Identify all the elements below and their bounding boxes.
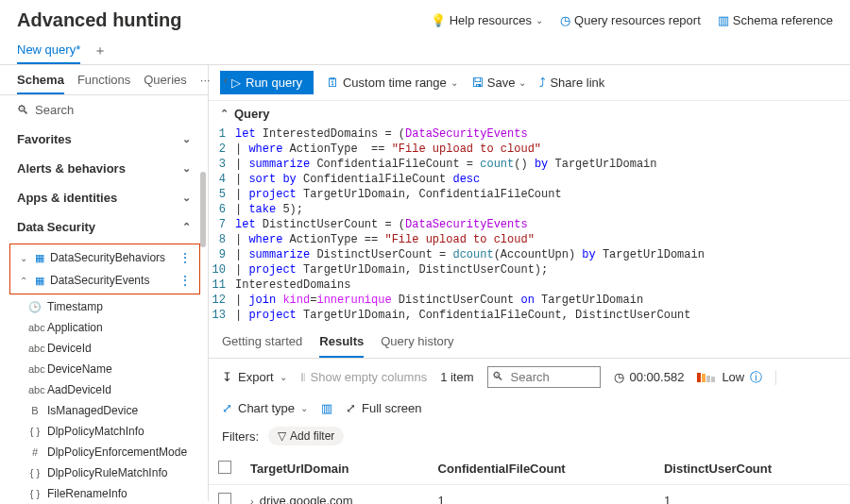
column-header-targeturldomain[interactable]: TargetUrlDomain <box>241 453 429 485</box>
columns-icon: ⦀ <box>300 370 305 385</box>
chevron-down-icon: ⌄ <box>518 77 526 88</box>
category-apps[interactable]: Apps & identities⌄ <box>0 183 208 212</box>
share-icon: ⤴ <box>539 76 546 90</box>
export-icon: ↧ <box>222 370 232 384</box>
results-search-input[interactable] <box>487 366 601 388</box>
book-icon: ▥ <box>718 13 729 27</box>
chevron-down-icon: ⌄ <box>536 15 543 25</box>
schema-field[interactable]: BIsManagedDevice <box>0 400 208 421</box>
share-link-button[interactable]: ⤴ Share link <box>539 76 604 90</box>
query-tab-new[interactable]: New query* <box>17 37 80 64</box>
report-icon: ◷ <box>560 13 570 27</box>
sidebar-tab-schema[interactable]: Schema <box>17 73 64 94</box>
datatype-icon: abc <box>28 322 42 333</box>
chevron-up-icon: ⌃ <box>20 276 29 286</box>
run-query-button[interactable]: ▷ Run query <box>220 71 314 94</box>
load-indicator: Low ⓘ <box>697 369 762 386</box>
datatype-icon: { } <box>28 467 42 479</box>
add-query-tab-button[interactable]: ＋ <box>90 39 110 63</box>
schema-field[interactable]: #DlpPolicyEnforcementMode <box>0 442 208 462</box>
calendar-icon: 🗓 <box>327 76 339 90</box>
search-icon: 🔍︎ <box>17 103 29 117</box>
add-filter-button[interactable]: ▽ Add filter <box>268 427 344 445</box>
schema-field[interactable]: abcDeviceName <box>0 359 208 379</box>
search-icon: 🔍︎ <box>492 370 503 383</box>
datatype-icon: B <box>28 405 42 416</box>
chevron-up-icon: ⌃ <box>182 221 191 233</box>
schema-search-input[interactable]: 🔍︎ Search <box>0 95 208 125</box>
more-options-icon[interactable]: ⋮ <box>178 250 196 265</box>
datatype-icon: 🕒 <box>28 301 42 313</box>
query-section-header[interactable]: ⌃ Query <box>209 101 850 125</box>
results-tab-getting-started[interactable]: Getting started <box>222 334 302 358</box>
fullscreen-icon: ⤢ <box>346 401 356 415</box>
table-row[interactable]: ›drive.google.com 1 1 <box>209 485 850 505</box>
category-data-security[interactable]: Data Security⌃ <box>0 212 208 242</box>
columns-icon: ▥ <box>321 401 332 415</box>
datatype-icon: abc <box>28 363 42 375</box>
chevron-down-icon: ⌄ <box>182 162 191 175</box>
query-resources-report-link[interactable]: ◷ Query resources report <box>560 13 701 27</box>
chevron-up-icon: ⌃ <box>220 108 229 120</box>
show-empty-columns-toggle[interactable]: ⦀ Show empty columns <box>300 370 428 385</box>
clock-icon: ◷ <box>614 370 624 384</box>
chevron-down-icon: ⌄ <box>450 77 458 88</box>
expand-row-icon[interactable]: › <box>250 496 260 504</box>
datatype-icon: { } <box>28 426 42 437</box>
schema-field[interactable]: { }DlpPolicyRuleMatchInfo <box>0 462 208 483</box>
column-header-distinctusercount[interactable]: DistinctUserCount <box>654 453 850 485</box>
results-table: TargetUrlDomain ConfidentialFileCount Di… <box>209 453 850 504</box>
sidebar-tab-functions[interactable]: Functions <box>77 73 130 94</box>
info-icon[interactable]: ⓘ <box>750 369 762 386</box>
chevron-down-icon: ⌄ <box>20 253 29 263</box>
filters-label: Filters: <box>222 429 259 444</box>
chevron-down-icon: ⌄ <box>182 133 191 145</box>
schema-field[interactable]: 🕒Timestamp <box>0 296 208 317</box>
save-dropdown[interactable]: 🖫 Save ⌄ <box>471 76 527 90</box>
row-checkbox[interactable] <box>218 493 231 504</box>
query-editor[interactable]: 1let InterestedDomains = (DataSecurityEv… <box>209 125 850 325</box>
sidebar-tab-more[interactable]: ··· <box>200 73 211 94</box>
category-favorites[interactable]: Favorites⌄ <box>0 125 208 154</box>
datatype-icon: { } <box>28 488 42 499</box>
lightbulb-icon: 💡 <box>431 13 446 27</box>
highlighted-tables-box: ⌄ ▦ DataSecurityBehaviors ⋮ ⌃ ▦ DataSecu… <box>9 244 200 294</box>
table-datasecurityevents[interactable]: ⌃ ▦ DataSecurityEvents ⋮ <box>10 269 199 292</box>
table-icon: ▦ <box>35 275 44 287</box>
datatype-icon: abc <box>28 384 42 395</box>
datatype-icon: abc <box>28 343 42 354</box>
datatype-icon: # <box>28 446 42 458</box>
schema-field[interactable]: abcDeviceId <box>0 338 208 359</box>
column-header-confidentialfilecount[interactable]: ConfidentialFileCount <box>429 453 654 485</box>
time-range-dropdown[interactable]: 🗓 Custom time range ⌄ <box>327 76 458 90</box>
customize-columns-button[interactable]: ▥ <box>321 401 332 415</box>
sidebar-collapse-button[interactable]: ‹ <box>224 73 228 94</box>
item-count-label: 1 item <box>440 370 473 384</box>
results-tab-results[interactable]: Results <box>319 334 364 358</box>
export-dropdown[interactable]: ↧ Export ⌄ <box>222 370 287 384</box>
schema-field[interactable]: { }DlpPolicyMatchInfo <box>0 421 208 442</box>
filter-icon: ▽ <box>278 429 286 443</box>
results-tab-history[interactable]: Query history <box>381 334 453 358</box>
schema-field[interactable]: abcAadDeviceId <box>0 379 208 400</box>
save-icon: 🖫 <box>471 76 484 90</box>
schema-field[interactable]: abcApplication <box>0 317 208 338</box>
full-screen-button[interactable]: ⤢ Full screen <box>346 401 422 415</box>
chevron-down-icon: ⌄ <box>182 192 191 204</box>
play-icon: ▷ <box>231 76 241 90</box>
sidebar-scrollbar[interactable] <box>200 172 206 247</box>
elapsed-time-label: ◷ 00:00.582 <box>614 370 685 384</box>
sidebar-tab-queries[interactable]: Queries <box>144 73 187 94</box>
schema-field[interactable]: { }FileRenameInfo <box>0 483 208 501</box>
chevron-down-icon: ⌄ <box>280 372 287 382</box>
table-icon: ▦ <box>35 252 44 264</box>
chart-icon: ⤢ <box>222 401 232 415</box>
category-alerts[interactable]: Alerts & behaviors⌄ <box>0 154 208 183</box>
chart-type-dropdown[interactable]: ⤢ Chart type ⌄ <box>222 401 308 415</box>
schema-reference-link[interactable]: ▥ Schema reference <box>718 13 833 27</box>
page-title: Advanced hunting <box>17 9 181 31</box>
select-all-checkbox[interactable] <box>218 461 231 474</box>
table-datasecuritybehaviors[interactable]: ⌄ ▦ DataSecurityBehaviors ⋮ <box>10 246 199 269</box>
help-resources-link[interactable]: 💡 Help resources ⌄ <box>431 13 543 27</box>
more-options-icon[interactable]: ⋮ <box>178 273 196 288</box>
